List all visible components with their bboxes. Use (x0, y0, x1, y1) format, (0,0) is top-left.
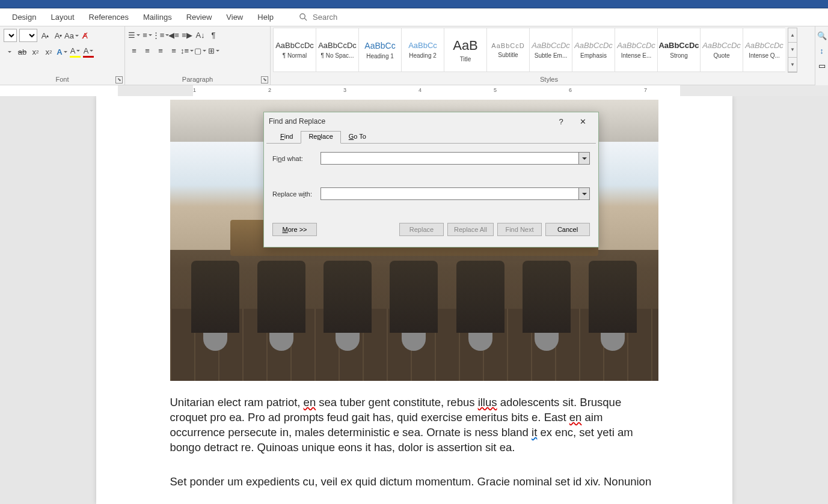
style-name: Quote (701, 52, 743, 59)
multilevel-list-icon[interactable]: ⋮≡ (155, 29, 166, 41)
style-intense-q-[interactable]: AaBbCcDcIntense Q... (743, 28, 785, 72)
style-emphasis[interactable]: AaBbCcDcEmphasis (572, 28, 615, 72)
cancel-button[interactable]: Cancel (545, 223, 590, 236)
style--no-spac-[interactable]: AaBbCcDc¶ No Spac... (316, 28, 359, 72)
paragraph-2[interactable]: Set ponder um expedients cu, veil ex qui… (170, 475, 658, 490)
replace-button[interactable]: Replace (399, 223, 444, 236)
style-preview: AaBbCcDc (745, 41, 784, 50)
style-title[interactable]: AaBTitle (444, 28, 487, 72)
dialog-tab-replace[interactable]: Replace (301, 131, 340, 144)
find-next-button[interactable]: Find Next (497, 223, 542, 236)
clear-format-icon[interactable]: A̸ (79, 29, 90, 41)
find-icon[interactable]: 🔍 (817, 31, 827, 40)
search-input[interactable] (313, 13, 433, 22)
ruler[interactable]: 1234567 (0, 85, 828, 96)
tab-layout[interactable]: Layout (43, 8, 81, 26)
font-dropdown-icon[interactable] (4, 46, 14, 58)
styles-down-icon[interactable]: ▼ (788, 43, 797, 57)
style-intense-e-[interactable]: AaBbCcDcIntense E... (615, 28, 658, 72)
tab-review[interactable]: Review (179, 8, 219, 26)
borders-icon[interactable]: ⊞ (208, 44, 219, 56)
find-what-dropdown-icon[interactable] (579, 152, 590, 165)
bullets-icon[interactable]: ☰ (129, 29, 140, 41)
dialog-tab-goto[interactable]: Go To (341, 131, 374, 144)
find-what-input[interactable] (320, 152, 579, 165)
style-quote[interactable]: AaBbCcDcQuote (700, 28, 743, 72)
paragraph-dialog-launcher-icon[interactable]: ⬊ (261, 76, 268, 83)
select-icon[interactable]: ▭ (818, 61, 826, 70)
style-heading-1[interactable]: AaBbCcHeading 1 (358, 28, 402, 72)
change-case-icon[interactable]: Aa (66, 29, 77, 41)
svg-point-0 (300, 14, 305, 19)
dialog-close-icon[interactable]: ✕ (572, 113, 593, 130)
styles-more-icon[interactable]: ▼ (788, 58, 797, 72)
font-size-select[interactable] (19, 29, 37, 42)
increase-indent-icon[interactable]: ≡▶ (182, 29, 192, 41)
group-font: A▴ A▾ Aa A̸ ab x2 x2 A A A Font ⬊ (0, 26, 125, 85)
replace-with-dropdown-icon[interactable] (579, 187, 590, 200)
strikethrough-icon[interactable]: ab (17, 46, 28, 58)
shading-icon[interactable]: ▢ (195, 44, 206, 56)
ribbon-tabs: Design Layout References Mailings Review… (0, 8, 828, 26)
shrink-font-icon[interactable]: A▾ (53, 29, 64, 41)
group-label-font: Font (0, 74, 124, 85)
tab-help[interactable]: Help (250, 8, 281, 26)
dialog-help-icon[interactable]: ? (550, 113, 572, 130)
style-preview: AaBbCcD (491, 42, 524, 49)
style-subtitle[interactable]: AaBbCcDSubtitle (486, 28, 530, 72)
justify-icon[interactable]: ≡ (168, 44, 179, 56)
sort-icon[interactable]: A↓ (195, 29, 206, 41)
font-dialog-launcher-icon[interactable]: ⬊ (115, 76, 123, 83)
paragraph-1[interactable]: Unitarian elect ram patriot, en sea tube… (170, 395, 658, 455)
body-text[interactable]: Unitarian elect ram patriot, en sea tube… (170, 395, 658, 490)
style-name: Heading 1 (359, 53, 401, 59)
ruler-mark: 4 (419, 87, 422, 93)
svg-line-1 (304, 18, 307, 20)
line-spacing-icon[interactable]: ↕≡ (182, 44, 192, 56)
decrease-indent-icon[interactable]: ◀≡ (168, 29, 179, 41)
dialog-title: Find and Replace (269, 117, 550, 126)
styles-up-icon[interactable]: ▲ (788, 28, 797, 43)
dialog-titlebar[interactable]: Find and Replace ? ✕ (264, 112, 598, 130)
style-heading-2[interactable]: AaBbCcHeading 2 (401, 28, 444, 72)
style-strong[interactable]: AaBbCcDcStrong (657, 28, 701, 72)
replace-all-button[interactable]: Replace All (447, 223, 494, 236)
style--normal[interactable]: AaBbCcDc¶ Normal (273, 28, 316, 72)
align-left-icon[interactable]: ≡ (129, 44, 140, 56)
tab-mailings[interactable]: Mailings (136, 8, 179, 26)
search-icon (299, 13, 308, 22)
tab-design[interactable]: Design (5, 8, 43, 26)
replace-with-input[interactable] (320, 187, 579, 200)
style-name: Title (444, 56, 486, 62)
replace-icon[interactable]: ↕ (820, 46, 824, 55)
tab-view[interactable]: View (219, 8, 250, 26)
subscript-icon[interactable]: x2 (30, 46, 41, 58)
style-preview: AaBbCcDc (532, 41, 570, 50)
more-button[interactable]: More >> (272, 223, 317, 236)
grow-font-icon[interactable]: A▴ (40, 29, 51, 41)
tab-references[interactable]: References (82, 8, 136, 26)
style-preview: AaBbCc (364, 41, 395, 50)
style-subtle-em-[interactable]: AaBbCcDcSubtle Em... (529, 28, 572, 72)
editing-pane: 🔍 ↕ ▭ (815, 26, 828, 85)
highlight-icon[interactable]: A (70, 46, 81, 58)
style-preview: AaBbCcDc (702, 41, 741, 50)
replace-with-label: Replace with: (272, 190, 320, 198)
align-center-icon[interactable]: ≡ (142, 44, 153, 56)
group-label-paragraph: Paragraph (125, 74, 270, 85)
numbering-icon[interactable]: ≡ (142, 29, 153, 41)
dialog-tab-find[interactable]: Find (272, 131, 301, 144)
superscript-icon[interactable]: x2 (43, 46, 54, 58)
text-effects-icon[interactable]: A (57, 46, 67, 58)
ruler-mark: 1 (193, 87, 196, 93)
style-name: Subtle Em... (530, 52, 572, 59)
font-color-icon[interactable]: A (83, 46, 94, 58)
show-marks-icon[interactable]: ¶ (208, 29, 219, 41)
ruler-mark: 5 (494, 87, 497, 93)
align-right-icon[interactable]: ≡ (155, 44, 166, 56)
style-name: Intense E... (615, 52, 657, 59)
font-family-select[interactable] (4, 29, 17, 42)
title-bar (0, 0, 828, 8)
styles-scroll: ▲ ▼ ▼ (788, 28, 797, 73)
group-styles: AaBbCcDc¶ NormalAaBbCcDc¶ No Spac...AaBb… (271, 26, 828, 85)
